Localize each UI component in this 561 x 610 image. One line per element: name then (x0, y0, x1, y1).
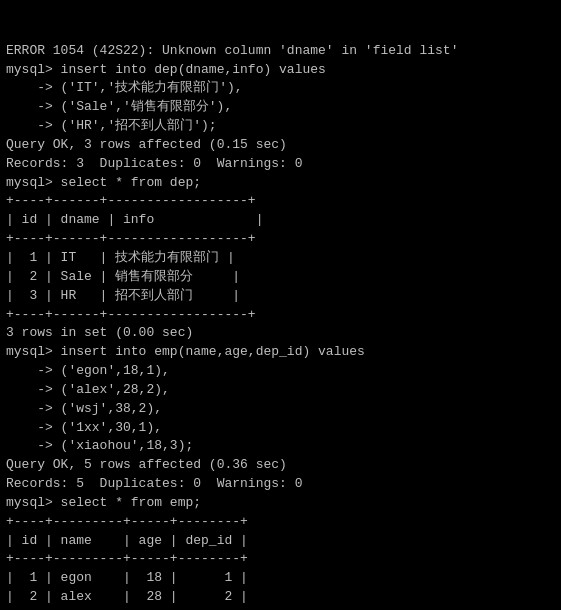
terminal-line-5: -> ('HR','招不到人部门'); (6, 117, 555, 136)
terminal-line-14: | 2 | Sale | 销售有限部分 | (6, 268, 555, 287)
terminal-line-3: -> ('IT','技术能力有限部门'), (6, 79, 555, 98)
terminal-line-21: -> ('alex',28,2), (6, 381, 555, 400)
terminal-line-26: Records: 5 Duplicates: 0 Warnings: 0 (6, 475, 555, 494)
terminal-line-25: Query OK, 5 rows affected (0.36 sec) (6, 456, 555, 475)
terminal-line-24: -> ('xiaohou',18,3); (6, 437, 555, 456)
terminal-line-28: mysql> select * from emp; (6, 494, 555, 513)
terminal-line-2: mysql> insert into dep(dname,info) value… (6, 61, 555, 80)
terminal-line-11: | id | dname | info | (6, 211, 555, 230)
terminal-line-32: | 1 | egon | 18 | 1 | (6, 569, 555, 588)
terminal-output: ERROR 1054 (42S22): Unknown column 'dnam… (6, 4, 555, 610)
terminal-line-17: 3 rows in set (0.00 sec) (6, 324, 555, 343)
terminal-line-20: -> ('egon',18,1), (6, 362, 555, 381)
terminal-line-16: +----+------+------------------+ (6, 306, 555, 325)
terminal-line-22: -> ('wsj',38,2), (6, 400, 555, 419)
terminal-line-1: ERROR 1054 (42S22): Unknown column 'dnam… (6, 42, 555, 61)
terminal-line-31: +----+---------+-----+--------+ (6, 550, 555, 569)
terminal-line-10: +----+------+------------------+ (6, 192, 555, 211)
terminal-line-15: | 3 | HR | 招不到人部门 | (6, 287, 555, 306)
terminal-line-9: mysql> select * from dep; (6, 174, 555, 193)
terminal-line-19: mysql> insert into emp(name,age,dep_id) … (6, 343, 555, 362)
terminal-line-4: -> ('Sale','销售有限部分'), (6, 98, 555, 117)
terminal-line-13: | 1 | IT | 技术能力有限部门 | (6, 249, 555, 268)
terminal-line-12: +----+------+------------------+ (6, 230, 555, 249)
terminal-line-6: Query OK, 3 rows affected (0.15 sec) (6, 136, 555, 155)
terminal-line-29: +----+---------+-----+--------+ (6, 513, 555, 532)
terminal-line-33: | 2 | alex | 28 | 2 | (6, 588, 555, 607)
terminal-line-30: | id | name | age | dep_id | (6, 532, 555, 551)
terminal-line-23: -> ('1xx',30,1), (6, 419, 555, 438)
terminal-line-7: Records: 3 Duplicates: 0 Warnings: 0 (6, 155, 555, 174)
